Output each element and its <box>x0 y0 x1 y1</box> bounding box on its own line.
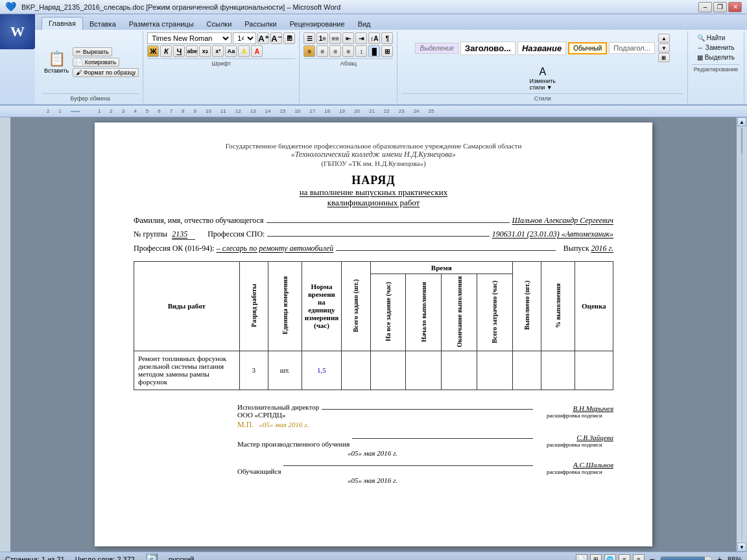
subscript-button[interactable]: x₂ <box>199 45 211 57</box>
tab-home[interactable]: Главная <box>42 17 83 30</box>
master-date: «05» мая 2016 г. <box>348 449 397 457</box>
bullets-button[interactable]: ☰ <box>303 32 315 44</box>
align-right-button[interactable]: ≡ <box>329 45 341 57</box>
style-heading1[interactable]: Заголово... <box>460 41 516 55</box>
style-normal[interactable]: Обычный <box>568 42 607 54</box>
font-size-select[interactable]: 14 <box>233 32 256 44</box>
document-scroll-area[interactable]: Государственное бюджетное профессиональн… <box>10 117 737 552</box>
minimize-button[interactable]: – <box>698 2 712 12</box>
institution-line2: «Технологический колледж имени Н.Д.Кузне… <box>134 150 613 159</box>
paragraph-label: Абзац <box>303 58 393 67</box>
tab-layout[interactable]: Разметка страницы <box>123 18 200 30</box>
col-done: Выполнено (шт.) <box>512 262 541 351</box>
increase-indent-button[interactable]: ⇥ <box>355 32 367 44</box>
view-outline-button[interactable]: ≡ <box>619 554 630 561</box>
student-title-block: Обучающийся <box>134 467 281 475</box>
col-time-spent: Всего затрачено (час) <box>477 274 513 351</box>
bold-button[interactable]: Ж <box>147 45 159 57</box>
ribbon-group-paragraph: ☰ 1≡ ≡≡ ⇤ ⇥ ↕A ¶ ≡ ≡ ≡ ≡ <box>300 31 397 103</box>
italic-button[interactable]: К <box>160 45 172 57</box>
format-painter-button[interactable]: 🖌 Формат по образцу <box>73 68 139 77</box>
profession-ok-value: – слесарь по ремонту автомобилей <box>217 244 334 253</box>
style-title[interactable]: Название <box>517 41 566 55</box>
clear-format-button[interactable]: 🖹 <box>283 32 295 44</box>
profession-spo-label: Профессия СПО: <box>208 229 265 239</box>
align-center-button[interactable]: ≡ <box>316 45 328 57</box>
editing-label: Редактирование <box>692 64 740 73</box>
line-spacing-button[interactable]: ↕ <box>355 45 367 57</box>
styles-scroll-down[interactable]: ▼ <box>658 43 670 52</box>
profession-spo-value: 190631.01 (23.01.03) «Автомеханик» <box>492 229 613 239</box>
scroll-up-button[interactable]: ▲ <box>737 117 746 126</box>
name-line <box>267 222 510 223</box>
group-row: № группы 2135 Профессия СПО: 190631.01 (… <box>134 229 613 240</box>
align-left-button[interactable]: ≡ <box>303 45 315 57</box>
student-date: «05» мая 2016 г. <box>348 476 397 484</box>
view-print-button[interactable]: 📄 <box>576 554 587 561</box>
vertical-ruler-left <box>0 117 10 552</box>
find-button[interactable]: 🔍 Найти <box>694 34 737 42</box>
restore-button[interactable]: ❐ <box>713 2 727 12</box>
student-sig-line <box>283 465 533 466</box>
justify-button[interactable]: ≡ <box>342 45 354 57</box>
border-button[interactable]: ⊞ <box>381 45 393 57</box>
styles-more[interactable]: ⊞ <box>658 53 670 62</box>
scroll-track[interactable] <box>741 128 742 541</box>
tab-insert[interactable]: Вставка <box>83 18 123 30</box>
page-header: Государственное бюджетное профессиональн… <box>134 142 613 167</box>
scroll-thumb[interactable] <box>741 128 742 154</box>
tab-mailings[interactable]: Рассылки <box>238 18 283 30</box>
window-controls[interactable]: – ❐ ✕ <box>698 2 742 12</box>
font-color-button[interactable]: A <box>251 45 263 57</box>
cell-time-start <box>406 351 442 390</box>
shading-button[interactable]: █ <box>368 45 380 57</box>
cell-norm: 1,5 <box>302 351 342 390</box>
font-shrink-button[interactable]: A⁻ <box>270 32 282 44</box>
zoom-slider[interactable] <box>660 556 712 561</box>
vertical-scrollbar[interactable]: ▲ ▼ <box>737 117 747 552</box>
pilcrow-button[interactable]: ¶ <box>381 32 393 44</box>
zoom-minus-button[interactable]: − <box>650 554 655 561</box>
form-section: Фамилия, имя, отчество обучающегося Шаль… <box>134 216 613 253</box>
profession-ok-row: Профессия ОК (016-94): – слесарь по ремо… <box>134 244 613 253</box>
change-styles-button[interactable]: A Изменитьстили ▼ <box>527 65 558 92</box>
font-grow-button[interactable]: A⁺ <box>257 32 269 44</box>
tab-review[interactable]: Рецензирование <box>283 18 351 30</box>
zoom-plus-button[interactable]: + <box>717 554 722 561</box>
replace-button[interactable]: ↔ Заменить <box>694 43 737 52</box>
numbering-button[interactable]: 1≡ <box>316 32 328 44</box>
cut-button[interactable]: ✂ Вырезать <box>73 47 112 56</box>
profession-ok-label: Профессия ОК (016-94): <box>134 244 215 253</box>
sort-button[interactable]: ↕A <box>368 32 380 44</box>
underline-button[interactable]: Ч <box>173 45 185 57</box>
document-page: Государственное бюджетное профессиональн… <box>95 122 652 546</box>
ribbon-group-styles: Выделение Заголово... Название Обычный П <box>397 31 688 103</box>
styles-scroll-up[interactable]: ▲ <box>658 34 670 43</box>
group-value: 2135 <box>172 229 195 240</box>
font-name-select[interactable]: Times New Roman <box>147 32 231 44</box>
multilevel-button[interactable]: ≡≡ <box>329 32 341 44</box>
cell-grade-val <box>575 351 613 390</box>
copy-button[interactable]: 📄 Копировать <box>73 58 119 67</box>
view-fullscreen-button[interactable]: ⊞ <box>590 554 602 561</box>
language: русский <box>169 555 194 561</box>
scroll-down-button[interactable]: ▼ <box>737 542 746 552</box>
paste-button[interactable]: 📋 Вставить <box>42 49 71 75</box>
style-highlight[interactable]: Выделение <box>415 43 458 54</box>
superscript-button[interactable]: x² <box>212 45 224 57</box>
tab-view[interactable]: Вид <box>351 18 377 30</box>
decrease-indent-button[interactable]: ⇤ <box>342 32 354 44</box>
case-button[interactable]: Аа <box>225 45 237 57</box>
view-draft-button[interactable]: ≡ <box>633 554 645 561</box>
select-button[interactable]: ▦ Выделить <box>694 53 737 62</box>
office-button[interactable]: W <box>0 14 35 49</box>
strikethrough-button[interactable]: abe <box>186 45 198 57</box>
style-subtitle[interactable]: Подзагол... <box>609 42 655 54</box>
ribbon-tab-row: Главная Вставка Разметка страницы Ссылки… <box>35 14 747 30</box>
tab-references[interactable]: Ссылки <box>200 18 239 30</box>
master-name: С.В.Зайцева <box>536 434 613 441</box>
view-buttons[interactable]: 📄 ⊞ 🌐 ≡ ≡ <box>576 554 645 561</box>
highlight-button[interactable]: A <box>238 45 250 57</box>
close-button[interactable]: ✕ <box>728 2 742 12</box>
view-web-button[interactable]: 🌐 <box>604 554 616 561</box>
